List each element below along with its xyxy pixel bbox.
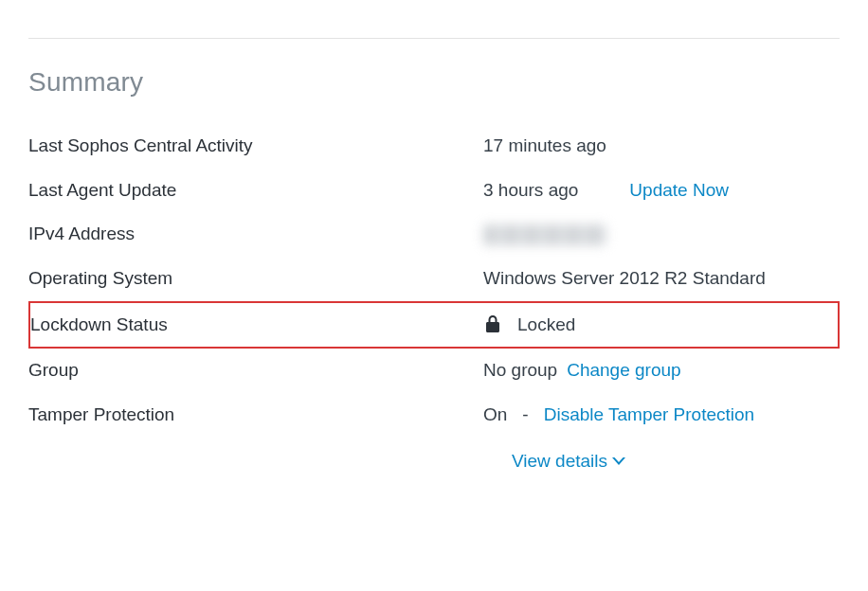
ipv4-redacted	[483, 224, 606, 245]
value-tamper: On	[483, 403, 507, 427]
row-os: Operating System Windows Server 2012 R2 …	[28, 257, 840, 301]
row-last-activity: Last Sophos Central Activity 17 minutes …	[28, 124, 840, 169]
view-details-label: View details	[512, 451, 607, 472]
value-agent-update: 3 hours ago	[483, 179, 578, 203]
disable-tamper-link[interactable]: Disable Tamper Protection	[544, 403, 754, 427]
label-lockdown: Lockdown Status	[30, 313, 485, 337]
chevron-down-icon	[607, 451, 626, 472]
value-lockdown: Locked	[517, 313, 575, 337]
view-details-link[interactable]: View details	[512, 451, 626, 472]
summary-panel: Summary Last Sophos Central Activity 17 …	[0, 0, 868, 472]
separator: -	[522, 403, 528, 427]
change-group-link[interactable]: Change group	[567, 359, 680, 383]
row-tamper: Tamper Protection On - Disable Tamper Pr…	[28, 393, 840, 438]
row-lockdown-status: Lockdown Status Locked	[28, 301, 840, 349]
value-group: No group	[483, 359, 557, 383]
update-now-link[interactable]: Update Now	[629, 179, 729, 203]
row-group: Group No group Change group	[28, 349, 840, 393]
row-view-details: View details	[28, 438, 840, 472]
value-last-activity: 17 minutes ago	[483, 134, 606, 158]
row-ipv4: IPv4 Address	[28, 212, 840, 257]
lock-icon	[485, 313, 508, 337]
section-title: Summary	[28, 67, 840, 98]
value-os: Windows Server 2012 R2 Standard	[483, 267, 766, 291]
divider	[28, 38, 840, 39]
label-ipv4: IPv4 Address	[28, 223, 483, 246]
label-last-activity: Last Sophos Central Activity	[28, 134, 483, 158]
row-agent-update: Last Agent Update 3 hours ago Update Now	[28, 169, 840, 213]
label-tamper: Tamper Protection	[28, 403, 483, 427]
label-agent-update: Last Agent Update	[28, 179, 483, 203]
label-group: Group	[28, 359, 483, 383]
label-os: Operating System	[28, 267, 483, 291]
